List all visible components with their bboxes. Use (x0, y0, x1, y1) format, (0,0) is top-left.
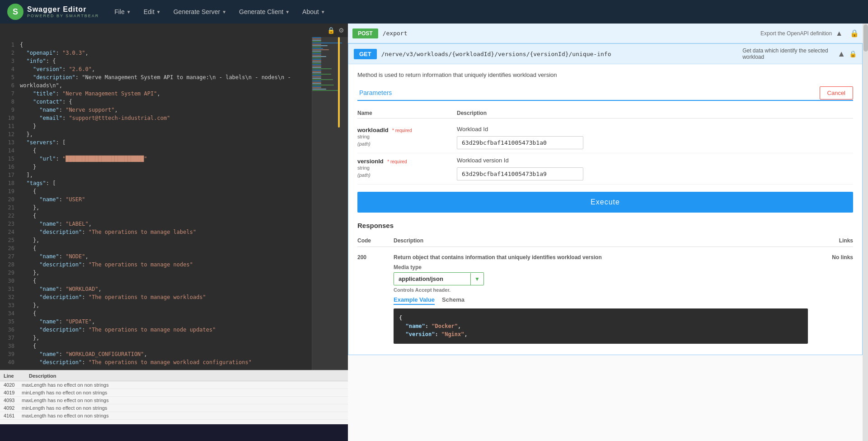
error-item: 4020maxLength has no effect on non strin… (0, 381, 348, 389)
nav-generate-server[interactable]: Generate Server ▼ (167, 0, 233, 24)
param-type: string (357, 134, 457, 139)
export-lock-icon[interactable]: 🔒 (850, 29, 859, 38)
json-preview: { "name": "Docker", "version": "Nginx", (394, 308, 808, 344)
param-desc-col: Workload Id (457, 126, 853, 149)
params-header: Name Description (357, 108, 853, 119)
param-rows: workloadId * required string (path) Work… (357, 122, 853, 185)
export-description-text: Export the OpenAPI definition (760, 30, 832, 37)
error-line: 4020 (4, 382, 22, 388)
code-content[interactable]: { "openapi": "3.0.3", "info": { "version… (18, 37, 312, 370)
param-required: * required (392, 128, 412, 133)
logo: S Swagger Editor POWERED BY SMARTBEAR (7, 4, 99, 20)
controls-note: Controls Accept header. (394, 287, 808, 293)
media-type-select[interactable]: application/json ▼ (394, 272, 484, 285)
resp-col-links-header: Links (808, 237, 853, 244)
swagger-panel[interactable]: POST /export Export the OpenAPI definiti… (348, 24, 863, 441)
params-col-name: Name (357, 110, 457, 116)
params-col-desc: Description (457, 110, 853, 116)
param-input-workloadId[interactable] (457, 136, 583, 149)
responses-table-header: Code Description Links (357, 235, 853, 247)
endpoint-actions: ▲ 🔒 (837, 50, 857, 58)
export-path: /export (383, 30, 408, 37)
error-item: 4093maxLength has no effect on non strin… (0, 397, 348, 404)
nav-menu: File ▼ Edit ▼ Generate Server ▼ Generate… (108, 0, 331, 24)
endpoint-lock-icon[interactable]: 🔒 (849, 50, 857, 57)
error-item: 4161maxLength has no effect on non strin… (0, 412, 348, 420)
media-type-section: Media type application/json ▼ Controls A… (394, 264, 808, 344)
collapse-icon[interactable]: ▲ (837, 50, 845, 58)
resp-col-desc-header: Description (394, 237, 808, 244)
param-row: versionId * required string (path) Workl… (357, 153, 853, 185)
error-item: 4019minLength has no effect on non strin… (0, 389, 348, 397)
param-row: workloadId * required string (path) Work… (357, 122, 853, 153)
example-value-tab[interactable]: Example Value (394, 296, 435, 305)
resp-desc: Return object that contains information … (394, 254, 808, 344)
param-description: Workload Id (457, 126, 853, 133)
scroll-thumb[interactable] (863, 24, 868, 52)
scroll-indicator (338, 37, 340, 128)
nav-file[interactable]: File ▼ (108, 0, 137, 24)
error-desc: maxLength has no effect on non strings (22, 413, 344, 418)
gen-client-arrow-icon: ▼ (285, 9, 290, 14)
logo-text: Swagger Editor POWERED BY SMARTBEAR (27, 5, 99, 18)
file-arrow-icon: ▼ (127, 9, 131, 14)
code-area[interactable]: 1234567891011121314151617181920212223242… (0, 37, 348, 370)
editor-toolbar: 🔒 ⚙ (0, 24, 348, 37)
param-required: * required (387, 159, 407, 164)
export-method-badge: POST (352, 28, 378, 38)
endpoint-path: /nerve/v3/workloads/{workloadId}/version… (381, 51, 738, 57)
code-panel: 🔒 ⚙ 123456789101112131415161718192021222… (0, 24, 348, 370)
responses-section: Responses Code Description Links 200 Ret… (357, 222, 853, 347)
media-type-dropdown-icon[interactable]: ▼ (470, 273, 483, 285)
right-scrollbar[interactable] (863, 24, 868, 441)
bottom-panel-header: Line Description (0, 370, 348, 381)
param-location: (path) (357, 141, 371, 147)
error-desc: maxLength has no effect on non strings (22, 398, 344, 403)
export-collapse-icon[interactable]: ▲ (835, 29, 843, 38)
endpoint-body: Method is used to return information tha… (348, 64, 862, 355)
bottom-panel: Line Description 4020maxLength has no ef… (0, 370, 348, 424)
cancel-button[interactable]: Cancel (820, 86, 853, 100)
media-type-label: Media type (394, 264, 808, 270)
param-input-versionId[interactable] (457, 167, 583, 180)
schema-tab[interactable]: Schema (442, 296, 464, 305)
col-header-line: Line (4, 373, 22, 379)
error-line: 4161 (4, 413, 22, 418)
error-desc: minLength has no effect on non strings (22, 405, 344, 411)
top-navigation: S Swagger Editor POWERED BY SMARTBEAR Fi… (0, 0, 868, 24)
settings-icon[interactable]: ⚙ (338, 27, 344, 34)
nav-about[interactable]: About ▼ (296, 0, 332, 24)
param-type: string (357, 165, 457, 171)
about-arrow-icon: ▼ (321, 9, 325, 14)
endpoint-section: GET /nerve/v3/workloads/{workloadId}/ver… (348, 43, 863, 355)
line-numbers: 1234567891011121314151617181920212223242… (0, 37, 18, 370)
minimap (312, 37, 348, 370)
error-line: 4092 (4, 405, 22, 411)
error-desc: minLength has no effect on non strings (22, 390, 344, 395)
nav-generate-client[interactable]: Generate Client ▼ (233, 0, 296, 24)
col-header-desc: Description (29, 373, 344, 379)
error-item: 4092minLength has no effect on non strin… (0, 404, 348, 412)
logo-icon: S (7, 4, 23, 20)
parameters-tab[interactable]: Parameters (357, 85, 394, 101)
media-type-value: application/json (394, 273, 470, 285)
endpoint-header: GET /nerve/v3/workloads/{workloadId}/ver… (348, 44, 862, 64)
example-tabs: Example Value Schema (394, 296, 808, 305)
response-rows: 200 Return object that contains informat… (357, 251, 853, 347)
param-name: workloadId (357, 127, 389, 133)
section-tabs: Parameters Cancel (357, 85, 853, 101)
edit-arrow-icon: ▼ (156, 9, 161, 14)
error-list: 4020maxLength has no effect on non strin… (0, 381, 348, 424)
lock-icon[interactable]: 🔒 (327, 27, 335, 34)
param-name: versionId (357, 158, 384, 165)
method-description: Method is used to return information tha… (357, 71, 853, 78)
left-wrapper: 🔒 ⚙ 123456789101112131415161718192021222… (0, 24, 348, 441)
param-description: Workload version Id (457, 157, 853, 164)
error-desc: maxLength has no effect on non strings (22, 382, 344, 388)
nav-edit[interactable]: Edit ▼ (137, 0, 167, 24)
export-bar: POST /export Export the OpenAPI definiti… (348, 24, 863, 43)
execute-button[interactable]: Execute (357, 192, 853, 213)
error-line: 4093 (4, 398, 22, 403)
main-content: 🔒 ⚙ 123456789101112131415161718192021222… (0, 24, 868, 441)
responses-title: Responses (357, 222, 853, 229)
